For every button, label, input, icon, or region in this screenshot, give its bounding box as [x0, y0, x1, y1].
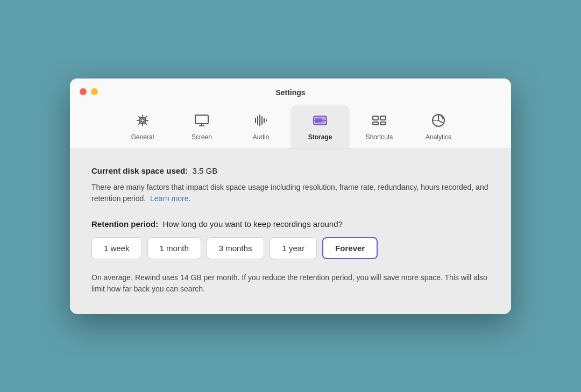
disk-space-line: Current disk space used: 3.5 GB [91, 166, 490, 175]
tab-analytics[interactable]: Analytics [409, 105, 468, 148]
close-button[interactable] [80, 88, 87, 95]
general-icon [133, 111, 152, 130]
retention-1year[interactable]: 1 year [270, 237, 317, 259]
tab-storage[interactable]: Storage [290, 105, 350, 148]
settings-window: Settings General [70, 79, 511, 314]
disk-space-value: 3.5 GB [193, 166, 218, 175]
svg-rect-9 [373, 122, 378, 125]
titlebar: Settings General [70, 79, 511, 149]
storage-icon [310, 111, 330, 130]
learn-more-link[interactable]: Learn more [150, 194, 189, 203]
tab-general[interactable]: General [113, 105, 172, 148]
minimize-button[interactable] [91, 88, 98, 95]
content-area: Current disk space used: 3.5 GB There ar… [70, 149, 511, 314]
tab-storage-label: Storage [308, 133, 332, 141]
svg-rect-7 [373, 116, 378, 120]
tab-screen[interactable]: Screen [172, 105, 231, 148]
svg-rect-2 [195, 115, 208, 124]
retention-1month[interactable]: 1 month [147, 237, 201, 259]
tab-shortcuts[interactable]: Shortcuts [350, 105, 409, 148]
tab-screen-label: Screen [192, 133, 212, 141]
tab-analytics-label: Analytics [426, 133, 451, 141]
tab-general-label: General [131, 133, 154, 141]
svg-point-0 [141, 119, 144, 122]
disk-space-label: Current disk space used: [91, 166, 188, 175]
svg-point-1 [139, 117, 146, 124]
window-title: Settings [275, 88, 305, 97]
tab-shortcuts-label: Shortcuts [366, 133, 393, 141]
analytics-icon [429, 111, 448, 130]
tab-bar: General Screen Audio [113, 105, 468, 148]
screen-icon [192, 111, 211, 130]
shortcuts-icon [370, 111, 389, 130]
tab-audio[interactable]: Audio [231, 105, 290, 148]
avg-note: On average, Rewind uses 14 GB per month.… [91, 272, 490, 295]
retention-label: Retention period: How long do you want t… [91, 219, 490, 229]
svg-rect-8 [380, 116, 386, 120]
retention-forever[interactable]: Forever [322, 237, 378, 259]
window-controls [80, 88, 98, 95]
tab-audio-label: Audio [253, 133, 270, 141]
description-text: There are many factors that impact disk … [91, 182, 490, 204]
retention-3months[interactable]: 3 months [207, 237, 265, 259]
audio-icon [251, 111, 271, 130]
retention-button-group: 1 week 1 month 3 months 1 year Forever [91, 237, 490, 259]
retention-1week[interactable]: 1 week [91, 237, 142, 259]
svg-rect-10 [380, 122, 386, 125]
